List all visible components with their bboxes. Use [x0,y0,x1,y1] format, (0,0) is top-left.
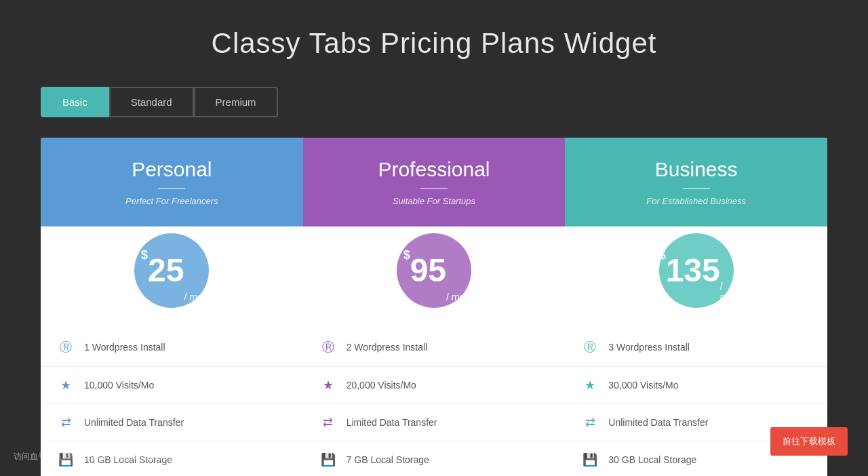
tab-standard[interactable]: Standard [109,87,194,117]
plan-business: Business For Established Business $ 135 … [565,138,827,476]
feature-personal-visits: ★ 10,000 Visits/Mo [41,367,303,404]
download-button[interactable]: 前往下载模板 [770,427,848,456]
watermark-text: 访问血号社区bbs.xlenlao.com免费下载更多模板 [14,451,186,462]
plan-personal-period: / mo [184,292,202,302]
feature-personal-visits-text: 10,000 Visits/Mo [84,380,154,391]
plan-business-currency: $ [659,248,666,262]
feature-personal-transfer-text: Unlimited Data Transfer [84,417,184,428]
feature-professional-visits: ★ 20,000 Visits/Mo [303,367,566,404]
plan-business-price-circle: $ 135 / mo [659,233,734,308]
plan-professional-header: Professional Suitable For Startups [303,138,566,226]
star-icon: ★ [58,378,74,393]
plan-professional-amount: 95 [410,254,446,287]
feature-personal-wordpress-text: 1 Wordpress Install [84,342,165,353]
feature-professional-storage: 💾 7 GB Local Storage [303,441,566,476]
plan-professional-divider [420,188,448,189]
wordpress-icon: Ⓡ [58,339,74,355]
feature-business-visits: ★ 30,000 Visits/Mo [565,367,827,404]
feature-business-wordpress: Ⓡ 3 Wordpress Install [565,328,827,367]
feature-professional-visits-text: 20,000 Visits/Mo [347,380,416,391]
storage-icon: 💾 [320,452,336,467]
plan-professional-price-wrapper: $ 95 / mo [303,226,566,328]
plan-business-amount: 135 [666,254,720,287]
plan-personal-subtitle: Perfect For Freelancers [54,196,290,206]
feature-business-storage-text: 30 GB Local Storage [608,454,696,465]
star-icon: ★ [582,378,598,393]
tab-basic[interactable]: Basic [41,87,109,117]
feature-professional-wordpress: Ⓡ 2 Wordpress Install [303,328,566,367]
plan-business-divider [683,188,710,189]
plan-personal-price-wrapper: $ 25 / mo [41,226,303,328]
feature-personal-wordpress: Ⓡ 1 Wordpress Install [41,328,303,367]
feature-business-wordpress-text: 3 Wordpress Install [608,342,690,353]
plan-personal-amount: 25 [148,254,184,287]
plan-professional-name: Professional [317,158,552,181]
star-icon: ★ [320,378,336,393]
plan-personal-header: Personal Perfect For Freelancers [41,138,303,226]
plan-professional-currency: $ [403,248,410,262]
plan-business-header: Business For Established Business [565,138,827,226]
plan-business-price-wrapper: $ 135 / mo [565,226,827,328]
feature-business-visits-text: 30,000 Visits/Mo [608,380,678,391]
plan-personal-currency: $ [141,248,148,262]
plan-personal: Personal Perfect For Freelancers $ 25 / … [41,138,303,476]
transfer-icon: ⇄ [582,415,598,430]
plan-professional: Professional Suitable For Startups $ 95 … [303,138,566,476]
page-title: Classy Tabs Pricing Plans Widget [41,27,827,60]
feature-professional-wordpress-text: 2 Wordpress Install [347,342,428,353]
feature-professional-storage-text: 7 GB Local Storage [347,454,429,465]
plans-grid: Personal Perfect For Freelancers $ 25 / … [41,138,827,476]
plan-business-period: / mo [720,281,734,302]
plan-professional-period: / mo [446,292,465,302]
plan-personal-price-circle: $ 25 / mo [134,233,209,308]
transfer-icon: ⇄ [58,415,74,430]
wordpress-icon: Ⓡ [320,339,336,355]
plan-professional-price-circle: $ 95 / mo [397,233,471,308]
plan-personal-name: Personal [54,158,290,181]
feature-professional-transfer: ⇄ Limited Data Transfer [303,404,566,441]
plan-professional-subtitle: Suitable For Startups [317,196,552,206]
transfer-icon: ⇄ [320,415,336,430]
plan-business-subtitle: For Established Business [578,196,814,206]
tab-premium[interactable]: Premium [194,87,278,117]
tabs-container: Basic Standard Premium [41,87,827,117]
storage-icon: 💾 [582,452,598,467]
plan-business-name: Business [578,158,814,181]
feature-personal-transfer: ⇄ Unlimited Data Transfer [41,404,303,441]
wordpress-icon: Ⓡ [582,339,598,355]
plan-professional-features: Ⓡ 2 Wordpress Install ★ 20,000 Visits/Mo… [303,328,566,476]
feature-professional-transfer-text: Limited Data Transfer [347,417,437,428]
feature-business-transfer-text: Unlimited Data Transfer [608,417,708,428]
plan-personal-divider [158,188,185,189]
